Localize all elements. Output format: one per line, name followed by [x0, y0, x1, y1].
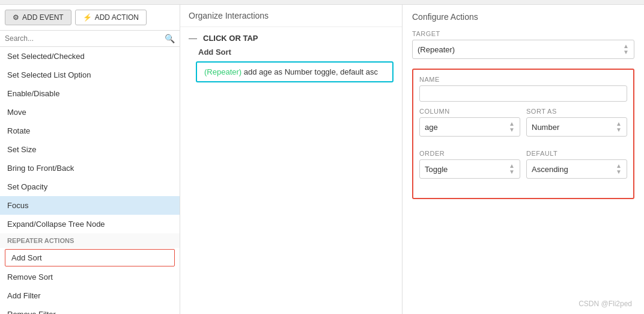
interaction-section: — CLICK OR TAP Add Sort (Repeater) add a… — [180, 27, 402, 88]
order-field[interactable]: Toggle ▲▼ — [419, 159, 520, 179]
list-item-rotate[interactable]: Rotate — [0, 122, 180, 140]
config-form: NAME COLUMN age ▲▼ SORT AS Number ▲▼ — [412, 69, 634, 199]
sort-item-text: (Repeater) add age as Number toggle, def… — [204, 67, 378, 76]
list-item-remove-filter[interactable]: Remove Filter — [0, 305, 180, 314]
list-item-bring-to-front[interactable]: Bring to Front/Back — [0, 159, 180, 177]
list-item-add-filter[interactable]: Add Filter — [0, 286, 180, 305]
repeater-section-header: REPEATER ACTIONS — [0, 233, 180, 248]
default-col: DEFAULT Ascending ▲▼ — [526, 150, 627, 186]
add-action-button[interactable]: ⚡ ADD ACTION — [75, 10, 147, 25]
order-spinner[interactable]: ▲▼ — [509, 163, 515, 175]
organize-interactions-title: Organize Interactions — [180, 5, 402, 27]
list-item-set-size[interactable]: Set Size — [0, 140, 180, 159]
sort-as-label: SORT AS — [526, 108, 627, 115]
sort-item-box[interactable]: (Repeater) add age as Number toggle, def… — [196, 61, 393, 82]
sort-as-col: SORT AS Number ▲▼ — [526, 108, 627, 144]
sort-as-field[interactable]: Number ▲▼ — [526, 117, 627, 137]
column-spinner[interactable]: ▲▼ — [509, 121, 515, 133]
list-item-add-sort[interactable]: Add Sort — [5, 249, 175, 266]
action-list: Set Selected/Checked Set Selected List O… — [0, 47, 180, 314]
column-field[interactable]: age ▲▼ — [419, 117, 520, 137]
default-field[interactable]: Ascending ▲▼ — [526, 159, 627, 179]
order-value: Toggle — [425, 165, 448, 174]
sort-as-value: Number — [532, 123, 559, 132]
click-tap-header: — CLICK OR TAP — [189, 33, 393, 43]
action-icon: ⚡ — [83, 13, 92, 22]
left-panel: ⚙ ADD EVENT ⚡ ADD ACTION 🔍 Set Selected/… — [0, 5, 180, 314]
default-spinner[interactable]: ▲▼ — [616, 163, 622, 175]
order-default-row: ORDER Toggle ▲▼ DEFAULT Ascending ▲▼ — [419, 150, 627, 186]
list-item-enable-disable[interactable]: Enable/Disable — [0, 84, 180, 103]
target-value: (Repeater) — [418, 45, 455, 54]
name-label: NAME — [419, 76, 627, 83]
minus-icon: — — [189, 33, 197, 43]
default-label: DEFAULT — [526, 150, 627, 157]
click-tap-label: CLICK OR TAP — [203, 34, 258, 43]
column-col: COLUMN age ▲▼ — [419, 108, 520, 144]
column-value: age — [425, 123, 438, 132]
watermark: CSDN @Fli2ped — [579, 300, 632, 308]
list-item-remove-sort[interactable]: Remove Sort — [0, 268, 180, 286]
add-event-label: ADD EVENT — [22, 13, 64, 22]
repeater-label: (Repeater) — [204, 67, 242, 76]
column-sortAs-row: COLUMN age ▲▼ SORT AS Number ▲▼ — [419, 108, 627, 144]
search-icon: 🔍 — [165, 34, 175, 43]
list-item-set-opacity[interactable]: Set Opacity — [0, 177, 180, 196]
search-bar: 🔍 — [0, 31, 180, 47]
target-spinner[interactable]: ▲▼ — [623, 43, 629, 55]
list-item[interactable]: Set Selected/Checked — [0, 47, 180, 66]
order-label: ORDER — [419, 150, 520, 157]
name-input[interactable] — [419, 85, 627, 102]
list-item-set-selected-list-option[interactable]: Set Selected List Option — [0, 66, 180, 84]
configure-actions-title: Configure Actions — [412, 12, 634, 22]
search-input[interactable] — [5, 34, 165, 43]
column-label: COLUMN — [419, 108, 520, 115]
target-value-field: (Repeater) ▲▼ — [412, 40, 634, 59]
event-icon: ⚙ — [13, 13, 19, 22]
middle-panel: Organize Interactions — CLICK OR TAP Add… — [180, 5, 402, 314]
list-item-expand-collapse[interactable]: Expand/Collapse Tree Node — [0, 215, 180, 233]
main-content: ⚙ ADD EVENT ⚡ ADD ACTION 🔍 Set Selected/… — [0, 5, 644, 314]
list-item-focus[interactable]: Focus — [0, 196, 180, 215]
sort-as-spinner[interactable]: ▲▼ — [616, 121, 622, 133]
action-buttons: ⚙ ADD EVENT ⚡ ADD ACTION — [0, 5, 180, 31]
top-bar — [0, 0, 644, 5]
add-sort-label: Add Sort — [198, 48, 393, 57]
default-value: Ascending — [532, 165, 568, 174]
list-item-move[interactable]: Move — [0, 103, 180, 122]
add-event-button[interactable]: ⚙ ADD EVENT — [5, 10, 71, 25]
right-panel: Configure Actions TARGET (Repeater) ▲▼ N… — [402, 5, 644, 314]
order-col: ORDER Toggle ▲▼ — [419, 150, 520, 186]
sort-item-rest: add age as Number toggle, default asc — [242, 67, 378, 76]
target-label: TARGET — [412, 30, 634, 37]
add-action-label: ADD ACTION — [95, 13, 139, 22]
